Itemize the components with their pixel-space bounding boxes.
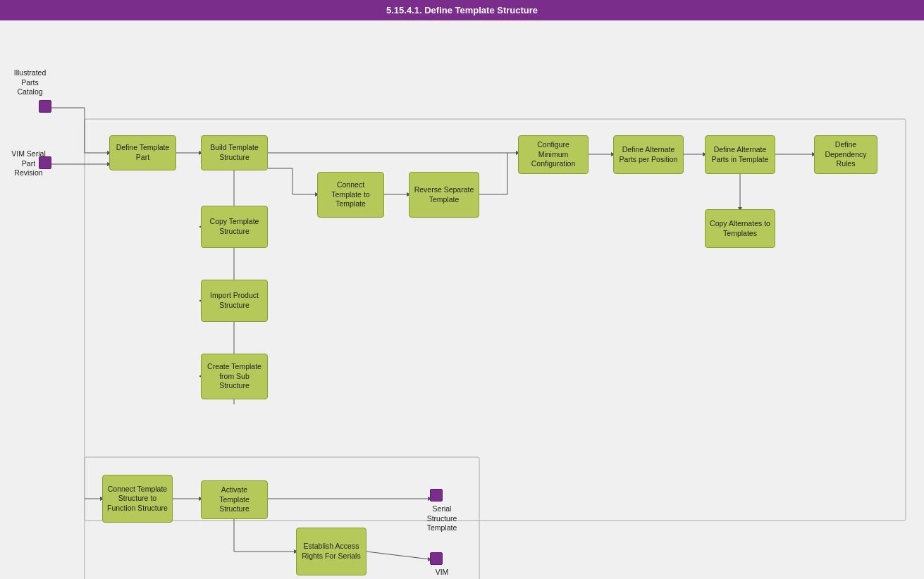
define-template-part[interactable]: Define Template Part xyxy=(109,135,176,170)
build-template-structure[interactable]: Build Template Structure xyxy=(201,135,268,170)
vim-access-control-box xyxy=(430,552,443,565)
serial-structure-template-box xyxy=(430,489,443,502)
define-dependency-rules[interactable]: Define Dependency Rules xyxy=(814,135,877,174)
connect-template-to-template[interactable]: Connect Template to Template xyxy=(317,172,384,218)
create-template-from-sub-structure[interactable]: Create Template from Sub Structure xyxy=(201,354,268,399)
activate-template-structure[interactable]: Activate Template Structure xyxy=(201,480,268,519)
import-product-structure[interactable]: Import Product Structure xyxy=(201,280,268,322)
vim-serial-part-revision-label: VIM SerialPartRevision xyxy=(6,149,51,178)
establish-access-rights-for-serials[interactable]: Establish Access Rights For Serials xyxy=(296,528,366,575)
page-title: 5.15.4.1. Define Template Structure xyxy=(386,5,538,15)
vim-access-control-label: VIMAccessControl xyxy=(417,568,467,579)
title-bar: 5.15.4.1. Define Template Structure xyxy=(0,0,924,20)
copy-alternates-to-templates[interactable]: Copy Alternates to Templates xyxy=(705,209,775,248)
illustrated-parts-catalog-label: IllustratedPartsCatalog xyxy=(7,68,53,97)
serial-structure-template-label: SerialStructureTemplate xyxy=(417,504,467,533)
svg-line-44 xyxy=(366,552,430,559)
define-alternate-parts-per-position[interactable]: Define Alternate Parts per Position xyxy=(613,135,684,174)
configure-minimum-configuration[interactable]: Configure Minimum Configuration xyxy=(518,135,589,174)
diagram-container: IllustratedPartsCatalog VIM SerialPartRe… xyxy=(0,20,924,579)
illustrated-parts-catalog-box xyxy=(39,100,51,113)
define-alternate-parts-in-template[interactable]: Define Alternate Parts in Template xyxy=(705,135,775,174)
reverse-separate-template[interactable]: Reverse Separate Template xyxy=(409,172,479,218)
copy-template-structure[interactable]: Copy Template Structure xyxy=(201,206,268,248)
connect-template-structure-to-function-structure[interactable]: Connect Template Structure to Function S… xyxy=(102,475,173,523)
